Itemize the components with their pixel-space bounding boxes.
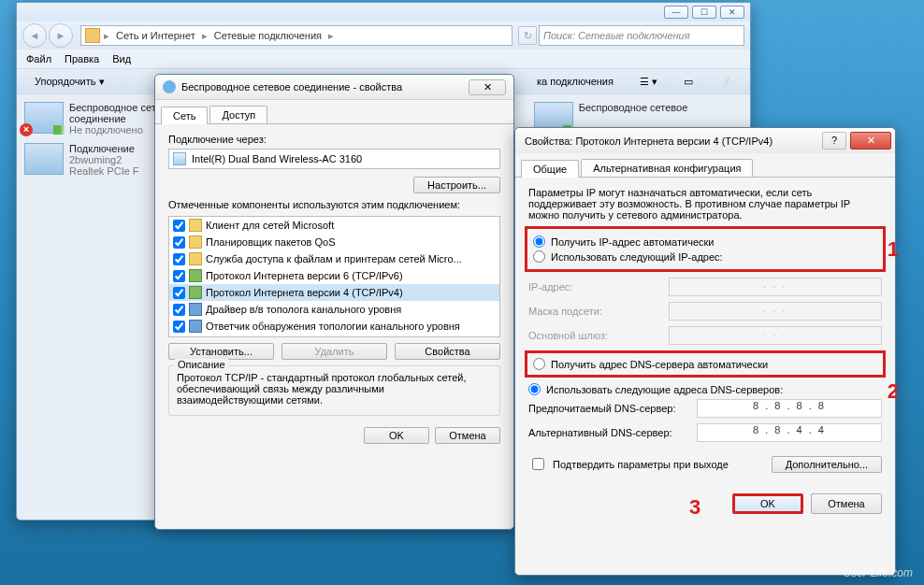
- component-item[interactable]: Служба доступа к файлам и принтерам сете…: [169, 250, 499, 267]
- connect-via-label: Подключение через:: [168, 134, 500, 145]
- organize-button[interactable]: Упорядочить ▾: [24, 72, 115, 92]
- dialog-icon: [163, 80, 176, 93]
- component-checkbox[interactable]: [173, 321, 185, 333]
- preview-pane-button[interactable]: ▭: [673, 72, 703, 92]
- close-button[interactable]: ✕: [850, 132, 891, 150]
- menu-file[interactable]: Файл: [26, 53, 51, 64]
- help-icon[interactable]: ❔: [709, 72, 743, 92]
- menu-edit[interactable]: Правка: [65, 53, 99, 64]
- breadcrumb[interactable]: ▸ Сеть и Интернет ▸ Сетевые подключения …: [80, 25, 513, 46]
- component-item[interactable]: Ответчик обнаружения топологии канальног…: [169, 318, 499, 335]
- component-item[interactable]: Клиент для сетей Microsoft: [169, 217, 499, 234]
- description-group: Описание Протокол TCP/IP - стандартный п…: [168, 365, 500, 416]
- remove-button[interactable]: Удалить: [282, 343, 387, 360]
- component-icon: [189, 320, 202, 333]
- adapter-icon: [173, 152, 186, 165]
- gateway-input: . . .: [669, 326, 882, 345]
- components-list[interactable]: Клиент для сетей MicrosoftПланировщик па…: [168, 216, 500, 337]
- component-icon: [189, 219, 202, 232]
- breadcrumb-item[interactable]: Сетевые подключения: [209, 30, 326, 41]
- component-checkbox[interactable]: [173, 270, 185, 282]
- tab-general[interactable]: Общие: [521, 160, 579, 178]
- component-item[interactable]: Протокол Интернета версии 4 (TCP/IPv4): [169, 284, 499, 301]
- component-label: Протокол Интернета версии 6 (TCP/IPv6): [206, 270, 403, 281]
- install-button[interactable]: Установить...: [168, 343, 274, 360]
- component-item[interactable]: Протокол Интернета версии 6 (TCP/IPv6): [169, 267, 499, 284]
- refresh-button[interactable]: ↻: [518, 26, 537, 45]
- adapter-properties-dialog: Беспроводное сетевое соединение - свойст…: [154, 74, 514, 530]
- dialog-title: Беспроводное сетевое соединение - свойст…: [181, 81, 402, 93]
- pref-dns-input[interactable]: 8 . 8 . 8 . 8: [697, 399, 882, 418]
- component-icon: [189, 303, 202, 316]
- close-button[interactable]: ✕: [720, 6, 744, 19]
- minimize-button[interactable]: —: [664, 6, 688, 19]
- component-label: Служба доступа к файлам и принтерам сете…: [206, 253, 462, 264]
- toolbar-right-label: ка подключения: [527, 72, 624, 91]
- tab-network[interactable]: Сеть: [161, 107, 208, 124]
- mask-input: . . .: [669, 302, 882, 321]
- alt-dns-input[interactable]: 8 . 8 . 4 . 4: [697, 423, 882, 442]
- forward-button[interactable]: ►: [49, 23, 73, 48]
- navigation-bar: ◄ ► ▸ Сеть и Интернет ▸ Сетевые подключе…: [17, 21, 750, 50]
- back-button[interactable]: ◄: [22, 23, 47, 48]
- explorer-titlebar: — ☐ ✕: [17, 3, 750, 21]
- folder-icon: [85, 28, 100, 43]
- component-icon: [189, 286, 202, 299]
- component-label: Планировщик пакетов QoS: [206, 236, 336, 248]
- component-icon: [189, 235, 202, 249]
- radio-auto-ip[interactable]: Получить IP-адрес автоматически: [533, 235, 877, 248]
- tab-access[interactable]: Доступ: [209, 106, 267, 123]
- cancel-button[interactable]: Отмена: [811, 493, 882, 514]
- close-button[interactable]: ✕: [469, 79, 506, 95]
- properties-button[interactable]: Свойства: [395, 343, 500, 360]
- wireless-icon: [24, 102, 64, 134]
- tabs: Сеть Доступ: [155, 100, 513, 124]
- component-label: Драйвер в/в тополога канального уровня: [206, 304, 401, 315]
- component-label: Ответчик обнаружения топологии канальног…: [206, 321, 460, 332]
- ok-button[interactable]: OK: [732, 493, 803, 514]
- lan-icon: [24, 143, 64, 175]
- component-checkbox[interactable]: [173, 304, 185, 316]
- validate-checkbox[interactable]: Подтвердить параметры при выходе: [528, 455, 729, 473]
- ok-button[interactable]: OK: [364, 427, 429, 444]
- menubar: Файл Правка Вид: [17, 50, 750, 68]
- help-button[interactable]: ?: [822, 132, 846, 150]
- component-icon: [189, 269, 202, 282]
- advanced-button[interactable]: Дополнительно...: [772, 456, 882, 473]
- radio-auto-dns[interactable]: Получить адрес DNS-сервера автоматически: [533, 358, 877, 370]
- annotation-1: 1: [888, 237, 899, 262]
- component-checkbox[interactable]: [173, 220, 185, 232]
- component-item[interactable]: Планировщик пакетов QoS: [169, 234, 499, 250]
- dialog-title: Свойства: Протокол Интернета версии 4 (T…: [525, 136, 772, 147]
- radio-manual-ip[interactable]: Использовать следующий IP-адрес:: [533, 250, 877, 263]
- watermark: User-Life.com: [844, 566, 913, 579]
- search-input[interactable]: Поиск: Сетевые подключения: [539, 25, 744, 46]
- adapter-field: Intel(R) Dual Band Wireless-AC 3160: [168, 149, 500, 169]
- description-text: Протокол TCP/IP - стандартный протокол г…: [177, 372, 492, 406]
- components-label: Отмеченные компоненты используются этим …: [168, 199, 500, 210]
- highlight-2: Получить адрес DNS-сервера автоматически: [525, 350, 886, 378]
- ipv4-properties-dialog: Свойства: Протокол Интернета версии 4 (T…: [514, 127, 896, 576]
- component-checkbox[interactable]: [173, 287, 185, 299]
- intro-text: Параметры IP могут назначаться автоматич…: [528, 187, 882, 221]
- highlight-1: Получить IP-адрес автоматически Использо…: [525, 226, 886, 272]
- menu-view[interactable]: Вид: [112, 53, 131, 64]
- component-icon: [189, 252, 202, 265]
- component-checkbox[interactable]: [173, 236, 185, 249]
- tab-alt-config[interactable]: Альтернативная конфигурация: [581, 159, 753, 177]
- radio-manual-dns[interactable]: Использовать следующие адреса DNS-сервер…: [528, 383, 882, 395]
- component-item[interactable]: Драйвер в/в тополога канального уровня: [169, 301, 499, 318]
- component-label: Протокол Интернета версии 4 (TCP/IPv4): [206, 287, 403, 298]
- view-icons-button[interactable]: ☰ ▾: [629, 72, 668, 92]
- ip-address-input: . . .: [669, 278, 882, 296]
- component-label: Клиент для сетей Microsoft: [206, 220, 334, 231]
- configure-button[interactable]: Настроить...: [413, 177, 500, 193]
- maximize-button[interactable]: ☐: [692, 6, 716, 19]
- breadcrumb-item[interactable]: Сеть и Интернет: [111, 30, 200, 41]
- component-checkbox[interactable]: [173, 253, 185, 265]
- cancel-button[interactable]: Отмена: [435, 427, 500, 444]
- annotation-2: 2: [888, 379, 899, 404]
- annotation-3: 3: [689, 495, 700, 520]
